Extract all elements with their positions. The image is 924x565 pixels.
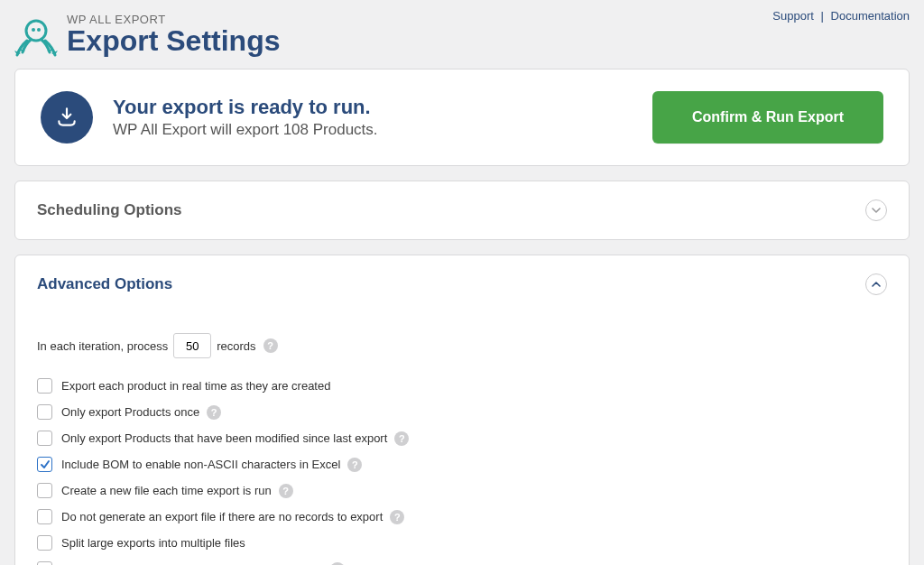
- iteration-prefix: In each iteration, process: [37, 339, 168, 353]
- link-separator: |: [821, 9, 824, 23]
- chevron-down-icon: [865, 199, 887, 221]
- help-icon[interactable]: ?: [330, 562, 345, 566]
- help-icon[interactable]: ?: [279, 484, 293, 498]
- help-icon[interactable]: ?: [207, 405, 221, 420]
- iteration-suffix: records: [217, 339, 255, 353]
- option-row: Create a new file each time export is ru…: [37, 483, 887, 498]
- help-icon[interactable]: ?: [390, 510, 404, 524]
- export-ready-text: Your export is ready to run. WP All Expo…: [113, 96, 378, 139]
- page-header: WP ALL EXPORT Export Settings Support | …: [0, 0, 924, 69]
- advanced-panel: Advanced Options In each iteration, proc…: [14, 255, 910, 565]
- scheduling-title: Scheduling Options: [37, 201, 182, 219]
- help-icon[interactable]: ?: [263, 338, 278, 353]
- option-label[interactable]: Include BOM to enable non-ASCII characte…: [61, 458, 340, 471]
- option-row: Only export Products that have been modi…: [37, 431, 887, 446]
- option-label[interactable]: Only export Products once: [61, 405, 199, 419]
- header-links: Support | Documentation: [772, 9, 910, 23]
- advanced-header[interactable]: Advanced Options: [15, 255, 909, 313]
- options-list: Export each product in real time as they…: [37, 378, 887, 565]
- advanced-body: In each iteration, process records ? Exp…: [15, 313, 909, 565]
- option-label[interactable]: Create a new file each time export is ru…: [61, 484, 272, 497]
- option-checkbox[interactable]: [37, 535, 52, 551]
- option-row: Allow non-admins to run this export in C…: [37, 561, 887, 565]
- option-label[interactable]: Split large exports into multiple files: [61, 536, 245, 550]
- export-ready-heading: Your export is ready to run.: [113, 96, 378, 119]
- option-checkbox[interactable]: [37, 431, 52, 446]
- iteration-row: In each iteration, process records ?: [37, 333, 887, 358]
- iteration-count-input[interactable]: [173, 333, 211, 358]
- option-checkbox[interactable]: [37, 509, 52, 524]
- option-checkbox[interactable]: [37, 404, 52, 420]
- export-ready-sub: WP All Export will export 108 Products.: [113, 121, 378, 139]
- help-icon[interactable]: ?: [347, 458, 362, 472]
- export-ready-panel: Your export is ready to run. WP All Expo…: [14, 69, 910, 166]
- support-link[interactable]: Support: [772, 9, 814, 23]
- option-row: Only export Products once?: [37, 404, 887, 420]
- page-title: Export Settings: [67, 24, 280, 58]
- option-row: Do not generate an export file if there …: [37, 509, 887, 524]
- option-checkbox[interactable]: [37, 457, 52, 472]
- option-row: Include BOM to enable non-ASCII characte…: [37, 457, 887, 472]
- svg-point-0: [26, 21, 46, 41]
- svg-point-1: [32, 28, 35, 32]
- header-titles: WP ALL EXPORT Export Settings: [67, 13, 280, 58]
- download-icon: [41, 91, 93, 144]
- option-label[interactable]: Export each product in real time as they…: [61, 379, 330, 393]
- advanced-title: Advanced Options: [37, 275, 172, 293]
- logo-icon: [14, 14, 58, 58]
- option-checkbox[interactable]: [37, 483, 52, 498]
- option-label[interactable]: Only export Products that have been modi…: [61, 431, 387, 445]
- scheduling-header[interactable]: Scheduling Options: [15, 181, 909, 239]
- option-checkbox[interactable]: [37, 378, 52, 394]
- scheduling-panel: Scheduling Options: [14, 181, 910, 240]
- help-icon[interactable]: ?: [394, 431, 409, 446]
- documentation-link[interactable]: Documentation: [831, 9, 910, 23]
- option-checkbox[interactable]: [37, 561, 52, 565]
- option-label[interactable]: Do not generate an export file if there …: [61, 510, 383, 523]
- option-row: Export each product in real time as they…: [37, 378, 887, 394]
- option-row: Split large exports into multiple files: [37, 535, 887, 551]
- chevron-up-icon: [865, 273, 887, 295]
- svg-point-2: [37, 28, 41, 32]
- confirm-run-export-button[interactable]: Confirm & Run Export: [652, 91, 883, 144]
